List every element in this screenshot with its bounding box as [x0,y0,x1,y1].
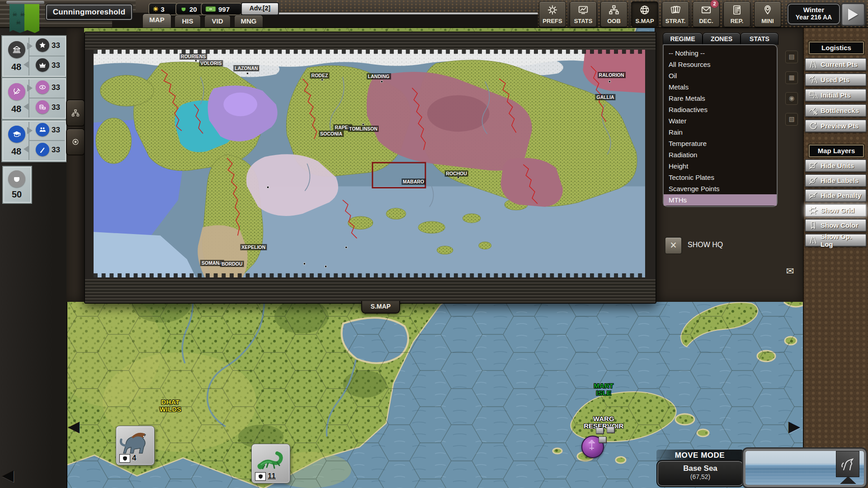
hide-labels-button[interactable]: Hide Labels [805,174,867,187]
panel-tool-layers-icon[interactable]: ▦ [785,71,798,84]
show-hq-checkbox[interactable]: × [665,237,682,254]
people-icon [36,123,49,136]
layer-list-item[interactable]: Oil [664,70,777,81]
divider [28,56,65,56]
end-turn-button[interactable] [841,3,865,26]
preview-pts-button[interactable]: Preview Pts [805,119,867,132]
layer-list-item[interactable]: Rare Metals [664,93,777,104]
smap-window-tab[interactable]: S.MAP [361,301,400,314]
smap-city-label: MABARO [401,178,425,185]
bottlenecks-button[interactable]: Bottlenecks [805,104,867,117]
used-pts-button[interactable]: Used Pts [805,73,867,86]
arrow-left-icon [24,61,29,68]
stat-group-ideology[interactable]: 48 33 33 [1,77,67,120]
strat-button[interactable]: STRAT. [662,1,689,27]
smap-oob-button[interactable] [66,99,85,127]
road-icon [808,60,818,69]
layer-list-item[interactable]: Scavenge Points [664,183,777,194]
graduation-cap-icon [8,126,25,143]
panel-tool-grid-icon[interactable]: ▤ [785,51,798,63]
tab-his[interactable]: HIS [175,15,201,27]
tab-zones[interactable]: ZONES [703,33,741,45]
tab-stats[interactable]: STATS [741,33,778,45]
layer-list-item[interactable]: All Resources [664,59,777,70]
smap-button[interactable]: S.MAP [631,1,658,27]
unit-strength-badge: 4 [119,454,136,463]
turn-season: Winter [788,6,839,14]
stats-button[interactable]: STATS [570,1,597,27]
tab-mng[interactable]: MNG [234,15,263,27]
current-pts-button[interactable]: Current Pts [805,58,867,71]
panel-tool-view-icon[interactable]: ◉ [785,92,798,105]
road-chart-icon [808,75,818,84]
layer-list-item[interactable]: MTHs [664,194,777,206]
advisor-button[interactable]: Adv.[2] [241,2,279,15]
arrow-right-icon [27,42,33,50]
faction-flag[interactable]: ☠ ☠ ☠ [6,1,44,36]
map-region-label: DHAT WILDS [160,399,181,413]
stat-group-education[interactable]: 48 33 33 [1,120,67,162]
crossed-tag-icon [808,191,818,200]
layer-list-item[interactable]: Radioactives [664,104,777,115]
tab-vid[interactable]: VID [204,15,231,27]
scroll-left-corner-arrow[interactable]: ◀ [2,467,14,483]
scroll-right-arrow[interactable]: ▶ [788,418,800,434]
layer-list-item[interactable]: -- Nothing -- [664,47,777,59]
regime-name: Cunningmoreshold [46,5,132,20]
hide-penalty-button[interactable]: Hide Penalty [805,189,867,202]
gear-icon [547,4,558,16]
hide-units-button[interactable]: Hide Units [805,159,867,172]
button-label: Hide Penalty [821,192,861,199]
show-op-log-button[interactable]: Show Op. Log [805,234,867,247]
smap-target-button[interactable] [66,128,85,155]
top-bar: ☠ ☠ ☠ Cunningmoreshold ☀ 3 20 997 Adv.[2… [0,0,868,28]
smap-city-label: BORDOU [220,261,244,267]
layer-list-item[interactable]: Temperature [664,138,777,149]
minimap-button[interactable]: MINI [754,1,781,27]
shield-icon [255,472,266,481]
smap-city-labels: ROURIENS VOLORIS LAZONAN RODEZ LANDING R… [94,50,645,277]
layer-list-item[interactable]: Radiation [664,149,777,160]
strategic-map[interactable]: ROURIENS VOLORIS LAZONAN RODEZ LANDING R… [94,50,645,277]
show-grid-button[interactable]: Show Grid [805,204,867,217]
oob-button[interactable]: OOB [600,1,627,27]
sun-icon: ☀ [153,5,159,13]
report-icon [731,4,743,16]
unit-beast-herd[interactable]: 4 [116,426,155,465]
credits-counter[interactable]: 997 [201,3,242,15]
scroll-left-arrow[interactable]: ◀ [68,418,80,434]
message-envelope-icon[interactable]: ✉ [786,266,794,277]
tab-map[interactable]: MAP [142,14,171,28]
panel-tool-map-icon[interactable]: ▧ [785,113,798,126]
smap-city-label: LANDING [367,73,391,80]
show-color-button[interactable]: Show Color [805,219,867,232]
divider [28,98,65,99]
arrow-left-icon [24,145,29,153]
decisions-button[interactable]: DEC. 2 [693,1,720,27]
unit-count: 11 [268,472,276,481]
layer-list-item[interactable]: Water [664,115,777,127]
button-label: OOB [601,18,627,24]
org-chart-icon [608,4,620,16]
layer-list-item[interactable]: Tectonic Plates [664,172,777,183]
banner-beast-icon [841,456,854,472]
layer-list-item[interactable]: Height [664,160,777,172]
smap-left-rail [66,27,84,302]
window-frame-bottom [85,279,656,303]
layer-list-item[interactable]: Metals [664,81,777,93]
stat-value: 33 [52,83,60,92]
ruin-building [599,436,606,443]
map-region-label: MART ISLE [594,382,613,397]
button-label: DEC. [693,18,719,24]
unit-banner[interactable] [836,451,859,477]
stat-group-government[interactable]: 48 33 33 [1,35,67,78]
button-label: Used Pts [821,76,849,84]
stat-group-unrest[interactable]: 50 [2,166,32,204]
tab-regime[interactable]: REGIME [663,33,703,45]
unit-lizard-swarm[interactable]: 11 [251,444,290,483]
ruin-building [596,427,604,434]
prefs-button[interactable]: PREFS [539,1,566,27]
layer-list-item[interactable]: Rain [664,127,777,138]
reports-button[interactable]: REP. [723,1,750,27]
initial-pts-button[interactable]: Initial Pts [805,89,867,102]
